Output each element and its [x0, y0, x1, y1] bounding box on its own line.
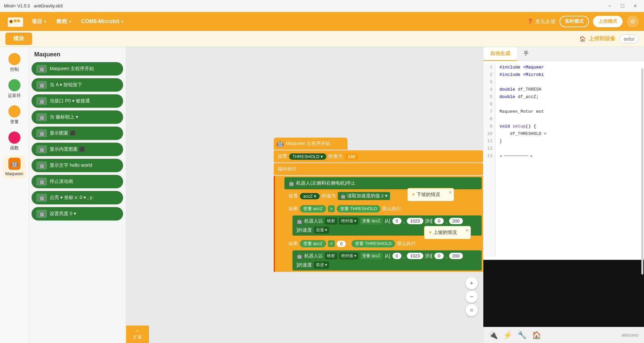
- zoom-out-button[interactable]: −: [466, 291, 478, 303]
- category-maqueen[interactable]: 🤖 Maqueen: [3, 155, 26, 179]
- functions-icon: [8, 132, 20, 144]
- tooltip-uphill-close[interactable]: ×: [466, 228, 469, 234]
- close-button[interactable]: ×: [631, 1, 640, 11]
- cb-abs2-btn[interactable]: 绝对值 ▾: [339, 252, 358, 259]
- block-show-text[interactable]: 🤖 显示文字 hello world: [32, 159, 123, 172]
- cb-accz-var[interactable]: accZ ▾: [300, 193, 320, 199]
- project-menu[interactable]: 项目 ▼: [28, 16, 50, 27]
- canvas-area[interactable]: 🤖 Maqueen 主程序开始 设置 THRESHOLD ▾ 的值为 130 循…: [126, 47, 483, 343]
- code-line-1: #include <Maqueer: [499, 64, 640, 71]
- upload-icon: 🏠: [579, 36, 586, 42]
- cb-if1-var2[interactable]: 变量 THRESHOLD: [337, 205, 380, 212]
- cb-from0[interactable]: 0: [392, 218, 401, 224]
- cb-from1023-2[interactable]: 1023: [407, 253, 423, 259]
- line-numbers: 1234 5678 910111213: [483, 64, 495, 257]
- cb-if2-var1[interactable]: 变量 accZ: [300, 240, 326, 247]
- cb-if2-op: <: [328, 240, 335, 247]
- code-line-7: Maqueen_Motor mot: [499, 108, 640, 115]
- cb-mapping-label: 映射: [325, 217, 337, 225]
- block-show-builtin[interactable]: 🤖 显示内置图案 ⬛: [32, 143, 123, 156]
- code-editor[interactable]: 1234 5678 910111213 #include <Maqueer #i…: [483, 61, 644, 260]
- block-btn-press[interactable]: 🤖 当 A ▾ 按钮按下: [32, 78, 123, 92]
- tooltip-downhill: ▾ 下坡的情况 ×: [407, 188, 454, 201]
- category-variables[interactable]: 变量: [3, 103, 26, 128]
- tab-auto-generate[interactable]: 自动生成: [483, 47, 517, 61]
- zoom-reset-button[interactable]: =: [466, 304, 478, 316]
- expand-button[interactable]: ≡ 扩展: [126, 326, 149, 343]
- block-show-pattern[interactable]: 🤖 显示图案 ⬛: [32, 127, 123, 140]
- block-set-brightness[interactable]: 🤖 设置亮度 0 ▾: [32, 207, 123, 220]
- operators-icon: [8, 79, 20, 91]
- code-line-10: df_THRESHOLD =: [499, 130, 640, 138]
- project-chevron: ▼: [44, 20, 47, 23]
- category-operators[interactable]: 运算符: [3, 77, 26, 101]
- cb-main-start[interactable]: 🤖 Maqueen 主程序开始: [274, 138, 347, 150]
- zoom-controls: + − =: [466, 277, 478, 316]
- block-main-start[interactable]: 🤖 Maqueen 主程序开始: [32, 62, 123, 76]
- settings-button[interactable]: ⚙: [627, 15, 639, 28]
- cb-stop-motors[interactable]: 🤖 机器人(左侧和右侧电机)停止: [284, 177, 482, 189]
- category-functions[interactable]: 函数: [3, 129, 26, 154]
- code-lines: #include <Maqueer #include <Microbi doub…: [495, 64, 644, 257]
- block-builtin-icon: 🤖: [36, 145, 47, 153]
- home-icon[interactable]: 🏠: [532, 331, 541, 340]
- tooltip-downhill-close[interactable]: ×: [449, 190, 452, 196]
- block-brightness-icon: 🤖: [36, 210, 47, 218]
- tutorial-menu[interactable]: 教程 ▼: [53, 16, 75, 27]
- cb-set-threshold[interactable]: 设置 THRESHOLD ▾ 的值为 130: [274, 150, 483, 162]
- cb-if2-body: 🤖 机器人以 映射 绝对值 ▾ 变量 accZ 从[ 0 , 1023 ]到[ …: [284, 250, 482, 271]
- cb-motor-forward[interactable]: 🤖 机器人以 映射 绝对值 ▾ 变量 accZ 从[ 0 , 1023 ]到[ …: [292, 250, 482, 271]
- svg-point-2: [10, 20, 12, 22]
- cb-if1[interactable]: 如果 变量 accZ > 变量 THRESHOLD 那么执行: [284, 203, 482, 215]
- cb-read-accel[interactable]: 🤖 读取加速度的值 z ▾: [338, 192, 390, 200]
- cb-if2[interactable]: 如果 变量 accZ < 0 - 变量 THRESHOLD 那么执行: [284, 238, 482, 250]
- cb-loop[interactable]: 循环执行: [274, 163, 483, 175]
- blocks-tab[interactable]: 模块: [5, 33, 32, 45]
- block-btn-icon: 🤖: [36, 81, 47, 89]
- zoom-in-button[interactable]: +: [466, 277, 478, 289]
- cb-if2-var2[interactable]: 变量 THRESHOLD: [352, 240, 395, 247]
- operators-label: 运算符: [8, 93, 21, 99]
- tabbar-right: 🏠 上传到设备 ardui: [579, 35, 639, 43]
- blocks-panel: Maqueen 🤖 Maqueen 主程序开始 🤖 当 A ▾ 按钮按下 🤖 当…: [29, 47, 126, 343]
- minimize-button[interactable]: −: [605, 1, 614, 11]
- functions-label: 函数: [10, 145, 19, 151]
- block-text-icon: 🤖: [36, 161, 47, 169]
- upload-mode-button[interactable]: 上传模式: [593, 16, 623, 27]
- block-stop-scroll[interactable]: 🤖 停止滚动画: [32, 175, 123, 188]
- cb-to0[interactable]: 0: [434, 218, 443, 224]
- cb-forward-btn[interactable]: 前进 ▾: [314, 261, 329, 268]
- block-tilt[interactable]: 🤖 当 徽标朝上 ▾: [32, 110, 123, 124]
- cb-abs-btn[interactable]: 绝对值 ▾: [339, 217, 358, 225]
- tab-manual[interactable]: 手: [517, 47, 535, 61]
- device-menu[interactable]: COM6-Microbit ▼: [78, 16, 127, 27]
- cb-from1023[interactable]: 1023: [407, 218, 423, 224]
- block-port-icon: 🤖: [36, 97, 47, 105]
- cb-accz-ref1[interactable]: 变量 accZ: [360, 217, 382, 225]
- cb-to0-2[interactable]: 0: [434, 253, 443, 259]
- robot-icon[interactable]: 🔧: [518, 331, 527, 340]
- block-light-xy[interactable]: 🤖 点亮 ▾ 坐标 x: 0 ▾ , y:: [32, 191, 123, 204]
- block-tilt-icon: 🤖: [36, 113, 47, 121]
- cb-to200[interactable]: 200: [449, 218, 463, 224]
- cb-to200-2[interactable]: 200: [449, 253, 463, 259]
- cb-if2-zero[interactable]: 0: [337, 241, 346, 247]
- upload-device-button[interactable]: 🏠 上传到设备: [579, 35, 615, 42]
- block-light-icon: 🤖: [36, 194, 47, 202]
- cb-threshold-val[interactable]: 130: [344, 153, 359, 160]
- feedback-button[interactable]: ❓ 意见反馈: [527, 18, 555, 25]
- usb2-icon[interactable]: ⚡: [503, 331, 512, 340]
- cb-accz-ref2[interactable]: 变量 accZ: [360, 252, 382, 259]
- cb-from0-2[interactable]: 0: [392, 253, 401, 259]
- usb-icon[interactable]: 🔌: [489, 331, 498, 340]
- block-port-connect[interactable]: 🤖 当接口 P0 ▾ 被接通: [32, 94, 123, 108]
- cb-threshold-var[interactable]: THRESHOLD ▾: [289, 153, 326, 160]
- realtime-mode-button[interactable]: 实时模式: [559, 16, 589, 27]
- maximize-button[interactable]: □: [618, 1, 627, 11]
- block-main-start-icon: 🤖: [36, 65, 47, 73]
- cb-if1-var1[interactable]: 变量 accZ: [300, 205, 326, 212]
- maqueen-label: Maqueen: [5, 171, 23, 176]
- category-control[interactable]: 控制: [3, 50, 26, 75]
- svg-rect-4: [17, 19, 20, 22]
- cb-back-btn[interactable]: 后退 ▾: [314, 227, 329, 234]
